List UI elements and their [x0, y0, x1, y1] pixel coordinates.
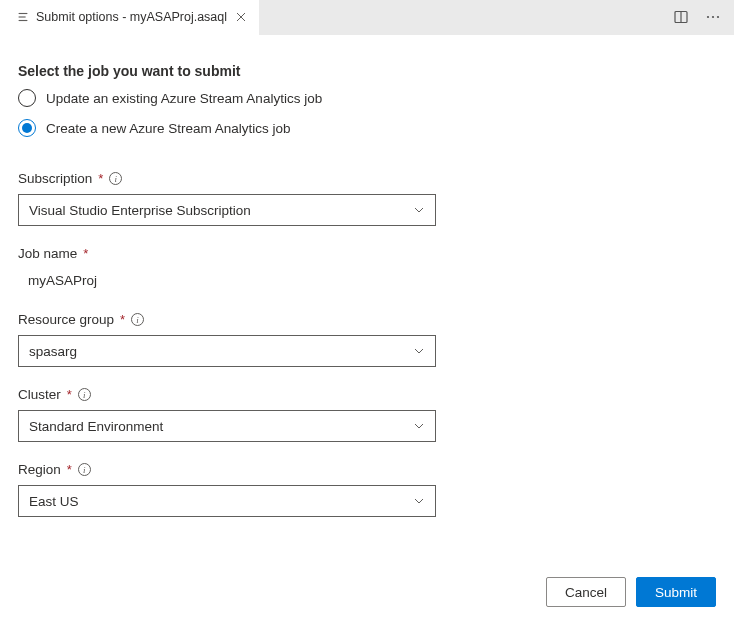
tab-label: Submit options - myASAProj.asaql — [36, 10, 227, 24]
chevron-down-icon — [413, 204, 425, 216]
subscription-select[interactable]: Visual Studio Enterprise Subscription — [18, 194, 436, 226]
resource-group-field: Resource group * i spasarg — [18, 312, 716, 367]
required-asterisk: * — [120, 312, 125, 327]
chevron-down-icon — [413, 345, 425, 357]
field-label: Cluster — [18, 387, 61, 402]
info-icon[interactable]: i — [131, 313, 144, 326]
job-mode-radio-group: Update an existing Azure Stream Analytic… — [18, 89, 716, 137]
field-label: Region — [18, 462, 61, 477]
resource-group-select[interactable]: spasarg — [18, 335, 436, 367]
footer: Cancel Submit — [0, 577, 734, 625]
radio-create-new[interactable]: Create a new Azure Stream Analytics job — [18, 119, 716, 137]
info-icon[interactable]: i — [78, 388, 91, 401]
submit-button[interactable]: Submit — [636, 577, 716, 607]
svg-point-7 — [707, 16, 709, 18]
split-editor-icon[interactable] — [670, 6, 692, 28]
svg-point-8 — [712, 16, 714, 18]
chevron-down-icon — [413, 495, 425, 507]
chevron-down-icon — [413, 420, 425, 432]
radio-update-existing[interactable]: Update an existing Azure Stream Analytic… — [18, 89, 716, 107]
radio-label: Create a new Azure Stream Analytics job — [46, 121, 291, 136]
active-tab[interactable]: Submit options - myASAProj.asaql — [0, 0, 259, 35]
region-field: Region * i East US — [18, 462, 716, 517]
radio-icon — [18, 119, 36, 137]
region-select[interactable]: East US — [18, 485, 436, 517]
select-value: Visual Studio Enterprise Subscription — [29, 203, 251, 218]
titlebar: Submit options - myASAProj.asaql — [0, 0, 734, 35]
required-asterisk: * — [83, 246, 88, 261]
close-icon[interactable] — [233, 9, 249, 25]
select-value: spasarg — [29, 344, 77, 359]
select-value: Standard Environment — [29, 419, 163, 434]
field-label: Resource group — [18, 312, 114, 327]
info-icon[interactable]: i — [78, 463, 91, 476]
info-icon[interactable]: i — [109, 172, 122, 185]
radio-label: Update an existing Azure Stream Analytic… — [46, 91, 322, 106]
tab-strip-remainder — [259, 0, 734, 35]
select-value: East US — [29, 494, 79, 509]
field-label: Job name — [18, 246, 77, 261]
field-label: Subscription — [18, 171, 92, 186]
job-name-value[interactable]: myASAProj — [18, 269, 716, 292]
cluster-field: Cluster * i Standard Environment — [18, 387, 716, 442]
cancel-button[interactable]: Cancel — [546, 577, 626, 607]
cluster-select[interactable]: Standard Environment — [18, 410, 436, 442]
tabs-container: Submit options - myASAProj.asaql — [0, 0, 734, 35]
required-asterisk: * — [98, 171, 103, 186]
subscription-field: Subscription * i Visual Studio Enterpris… — [18, 171, 716, 226]
job-name-field: Job name * myASAProj — [18, 246, 716, 292]
required-asterisk: * — [67, 387, 72, 402]
radio-icon — [18, 89, 36, 107]
list-icon — [16, 10, 30, 24]
section-heading: Select the job you want to submit — [18, 63, 716, 79]
more-icon[interactable] — [702, 6, 724, 28]
required-asterisk: * — [67, 462, 72, 477]
form-content: Select the job you want to submit Update… — [0, 35, 734, 577]
svg-point-9 — [717, 16, 719, 18]
